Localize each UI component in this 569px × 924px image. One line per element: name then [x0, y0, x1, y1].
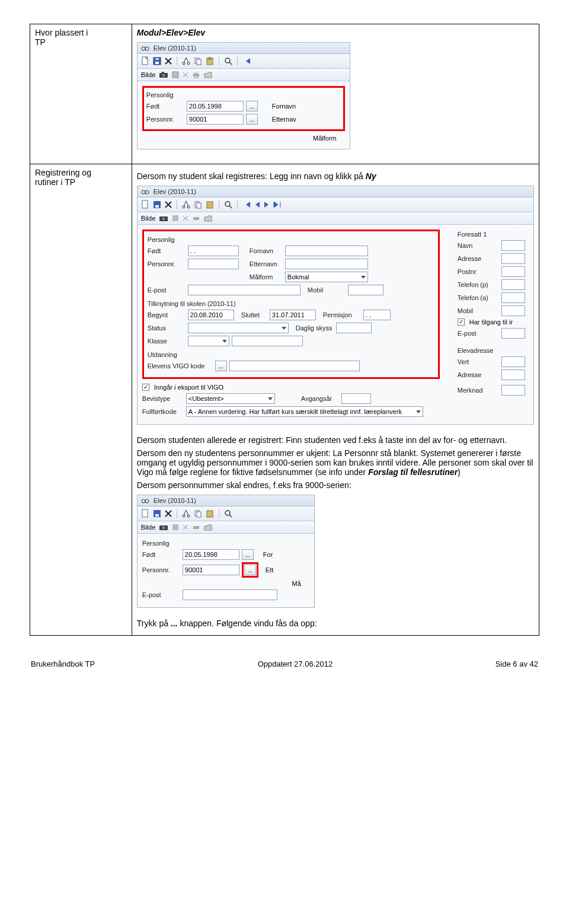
- delete-icon[interactable]: [165, 201, 172, 208]
- vigo-export-checkbox[interactable]: ✓: [142, 384, 149, 391]
- camera-icon[interactable]: [159, 524, 168, 531]
- save-icon[interactable]: [172, 71, 179, 78]
- delete-icon[interactable]: [165, 510, 172, 517]
- personnr-input[interactable]: [183, 565, 239, 575]
- fodt-browse[interactable]: ...: [246, 101, 258, 111]
- postnr-label: Postnr: [458, 268, 499, 275]
- malform-combo[interactable]: Bokmal: [285, 272, 368, 282]
- mobil-input[interactable]: [501, 305, 525, 316]
- print-icon[interactable]: [192, 215, 200, 222]
- telefona-input[interactable]: [501, 292, 525, 303]
- permisjon-input[interactable]: [363, 310, 391, 320]
- first-icon[interactable]: [242, 201, 251, 208]
- next-icon[interactable]: [264, 201, 270, 208]
- vert-input[interactable]: [501, 356, 525, 367]
- vigo-browse[interactable]: ...: [215, 361, 227, 371]
- status-combo[interactable]: [188, 323, 289, 333]
- last-icon[interactable]: [273, 201, 282, 208]
- fodt-input[interactable]: [187, 101, 244, 111]
- postnr-input[interactable]: [501, 266, 525, 277]
- delete-icon[interactable]: [183, 215, 188, 221]
- chevron-down-icon: [222, 340, 227, 343]
- cut-icon[interactable]: [182, 200, 190, 209]
- adresse-input[interactable]: [501, 253, 525, 264]
- paste-icon[interactable]: [206, 509, 214, 518]
- search-icon[interactable]: [224, 57, 232, 65]
- first-icon[interactable]: [242, 58, 251, 65]
- print-icon[interactable]: [192, 71, 200, 78]
- adresse2-input[interactable]: [501, 369, 525, 380]
- copy-icon[interactable]: [194, 57, 202, 65]
- toolbar: [138, 197, 533, 212]
- copy-icon[interactable]: [194, 200, 202, 209]
- screenshot-2: Elev (2010-11): [137, 186, 534, 425]
- bilde-label: Bilde: [141, 524, 155, 531]
- paste-icon[interactable]: [206, 57, 214, 65]
- vigo-input[interactable]: [229, 361, 360, 371]
- camera-icon[interactable]: [159, 215, 168, 222]
- mobil-input[interactable]: [348, 285, 383, 295]
- footer-right: Side 6 av 42: [496, 659, 538, 668]
- fodt-input[interactable]: [183, 549, 239, 560]
- epost-input[interactable]: [188, 285, 301, 295]
- epost-input[interactable]: [183, 590, 277, 600]
- telefonp-input[interactable]: [501, 279, 525, 290]
- open-icon[interactable]: [204, 72, 212, 78]
- glasses-icon: [141, 498, 149, 504]
- footer-mid: Oppdatert 27.06.2012: [258, 659, 333, 668]
- cut-icon[interactable]: [182, 57, 190, 65]
- etternavn-input[interactable]: [285, 259, 368, 269]
- save-icon[interactable]: [172, 524, 179, 531]
- har-tilgang-checkbox[interactable]: ✓: [458, 318, 465, 326]
- personnr-input[interactable]: [187, 114, 244, 125]
- daglig-input[interactable]: [336, 323, 372, 333]
- new-file-icon[interactable]: [141, 509, 149, 518]
- klasse-combo[interactable]: [188, 336, 229, 346]
- search-icon[interactable]: [224, 509, 232, 518]
- svg-rect-44: [207, 511, 213, 517]
- personnr-browse[interactable]: ...: [246, 114, 258, 125]
- sluttet-label: Sluttet: [241, 311, 267, 318]
- glasses-icon: [141, 189, 149, 195]
- klasse-extra[interactable]: [232, 336, 303, 346]
- prev-icon[interactable]: [254, 201, 260, 208]
- svg-rect-29: [207, 202, 213, 208]
- fodt-browse[interactable]: ...: [242, 549, 254, 560]
- save-icon[interactable]: [172, 215, 179, 222]
- search-icon[interactable]: [224, 200, 232, 209]
- new-file-icon[interactable]: [141, 56, 149, 66]
- new-file-icon[interactable]: [141, 200, 149, 209]
- svg-rect-4: [155, 62, 159, 64]
- open-icon[interactable]: [204, 524, 212, 531]
- avgangsar-input[interactable]: [341, 393, 371, 404]
- copy-icon[interactable]: [194, 509, 202, 518]
- fodt-input[interactable]: [188, 246, 239, 256]
- camera-icon[interactable]: [159, 71, 168, 78]
- print-icon[interactable]: [192, 524, 200, 531]
- save-icon[interactable]: [153, 200, 161, 209]
- paste-icon[interactable]: [206, 200, 214, 209]
- personnr-input[interactable]: [188, 259, 239, 269]
- bevistype-combo[interactable]: <Ubestemt>: [186, 393, 275, 404]
- begynt-input[interactable]: [188, 310, 234, 320]
- elevadresse-group: Elevadresse: [458, 347, 529, 354]
- delete-icon[interactable]: [183, 524, 188, 530]
- personnr-browse[interactable]: ...: [244, 565, 256, 575]
- cut-icon[interactable]: [182, 509, 190, 518]
- delete-icon[interactable]: [165, 58, 172, 65]
- right-column: Foresatt 1 Navn Adresse Postnr Telefon (…: [458, 230, 529, 419]
- open-icon[interactable]: [204, 215, 212, 222]
- svg-rect-15: [162, 72, 164, 73]
- merknad-input[interactable]: [501, 385, 525, 396]
- chevron-down-icon: [361, 276, 366, 279]
- sluttet-input[interactable]: [270, 310, 316, 320]
- fullfort-combo[interactable]: A - Annen vurdering. Har fullført kurs s…: [186, 406, 423, 417]
- highlight-box: Personlig Født ... Fornavn Personnr. ...…: [142, 86, 345, 131]
- delete-icon[interactable]: [183, 72, 188, 78]
- epost-input[interactable]: [501, 328, 525, 339]
- save-icon[interactable]: [153, 57, 161, 65]
- svg-point-36: [145, 499, 149, 503]
- navn-input[interactable]: [501, 240, 525, 251]
- fornavn-input[interactable]: [285, 246, 368, 256]
- save-icon[interactable]: [153, 509, 161, 518]
